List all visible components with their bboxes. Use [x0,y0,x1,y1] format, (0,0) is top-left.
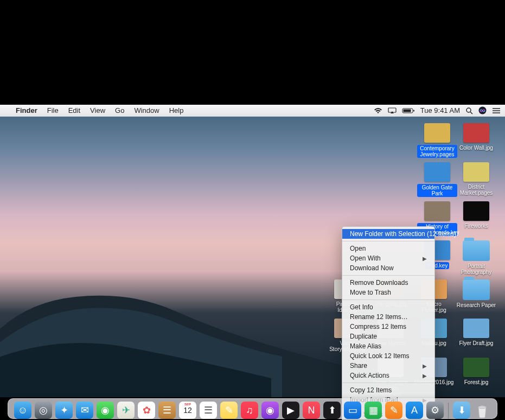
menu-separator [342,275,434,276]
menu-separator [342,383,434,383]
submenu-arrow-icon: ▶ [423,373,427,379]
airplay-icon[interactable] [388,107,397,114]
dock-reminders[interactable]: ☰ [200,402,217,419]
menu-item-label: Copy 12 Items [350,386,392,394]
icon-label: Fireworks [464,223,488,229]
dock: ☺◎✦✉◉✈✿☰SEP12☰✎♫◉▶N⬆▭▦✎A⚙⬇ [0,397,505,420]
desktop-icon[interactable]: Fireworks [456,201,496,229]
dock-finder[interactable]: ☺ [14,402,31,419]
menu-item-label: Download Now [350,264,394,272]
file-thumbnail [463,201,489,221]
dock-keynote[interactable]: ▭ [344,402,361,419]
context-menu-item[interactable]: Compress 12 Items [342,322,434,332]
file-thumbnail [463,358,489,377]
clock[interactable]: Tue 9:41 AM [420,106,460,114]
context-menu-item[interactable]: Rename 12 Items… [342,312,434,322]
dock-maps[interactable]: ✈ [117,402,135,419]
svg-line-5 [470,112,472,114]
menu-window[interactable]: Window [129,106,164,114]
dock-trash[interactable] [474,402,491,419]
dock-notes[interactable]: ✎ [220,402,238,419]
context-menu-item[interactable]: Open [342,244,434,253]
desktop-icon[interactable]: Color Wall.jpg [456,123,496,151]
menu-go[interactable]: Go [110,106,129,114]
dock-numbers[interactable]: ▦ [365,402,382,419]
menu-file[interactable]: File [42,106,63,114]
dock-safari[interactable]: ✦ [55,402,73,419]
menu-item-label: Open [350,245,366,252]
desktop-icon[interactable]: Contemporary Jewelry.pages [417,123,457,158]
context-menu-item[interactable]: New Folder with Selection (12 Items) [342,229,434,239]
icon-label: Research Paper [457,302,496,308]
icon-label: Golden Gate Park [417,184,457,197]
context-menu-item[interactable]: Quick Look 12 Items [342,351,434,361]
context-menu-item[interactable]: Copy 12 Items [342,385,434,395]
file-thumbnail [463,162,489,182]
menu-item-label: Share [350,362,367,370]
desktop-icon[interactable]: Portrait Photography [456,240,496,275]
menu-help[interactable]: Help [164,106,189,114]
dock-contacts[interactable]: ☰ [158,402,176,419]
dock-news[interactable]: N [303,402,320,419]
dock-messages[interactable]: ◉ [97,402,114,419]
menu-edit[interactable]: Edit [63,106,85,114]
dock-downloads[interactable]: ⬇ [453,402,470,419]
context-menu-item[interactable]: Open With▶ [342,253,434,263]
dock-appstore[interactable]: A [406,402,423,419]
dock-stocks[interactable]: ⬆ [323,402,341,419]
file-thumbnail [424,123,450,143]
dock-launchpad[interactable]: ◎ [35,402,52,419]
file-thumbnail [463,123,489,143]
dock-mail[interactable]: ✉ [76,402,93,419]
wifi-icon[interactable] [374,107,382,114]
desktop-icon[interactable]: District Market.pages [456,162,496,196]
context-menu-item[interactable]: Quick Actions▶ [342,371,434,380]
desktop-icon[interactable]: Forest.jpg [456,358,496,385]
dock-preferences[interactable]: ⚙ [426,402,444,419]
context-menu-item[interactable]: Duplicate [342,332,434,341]
menu-view[interactable]: View [85,106,110,114]
submenu-arrow-icon: ▶ [423,256,427,262]
spotlight-icon[interactable] [465,107,473,114]
context-menu-item[interactable]: Get Info [342,302,434,312]
context-menu-item[interactable]: Remove Downloads [342,278,434,288]
context-menu-item[interactable]: Move to Trash [342,288,434,297]
menu-item-label: Move to Trash [350,289,391,296]
dock-podcasts[interactable]: ◉ [261,402,279,419]
macos-screen: Finder File Edit View Go Window Help Tue… [0,105,505,420]
desktop-icon[interactable]: Flyer Draft.jpg [456,319,496,346]
dock-music[interactable]: ♫ [241,402,258,419]
desktop-icon[interactable]: Research Paper [456,279,496,308]
menu-separator [342,300,434,300]
svg-rect-11 [481,406,484,407]
submenu-arrow-icon: ▶ [423,363,427,369]
menubar: Finder File Edit View Go Window Help Tue… [0,105,505,117]
context-menu-item[interactable]: Share▶ [342,361,434,371]
siri-icon[interactable] [478,106,487,114]
folder-icon [463,240,490,261]
menu-item-label: Make Alias [350,342,381,350]
dock-pages[interactable]: ✎ [385,402,402,419]
battery-icon[interactable] [402,107,415,114]
menu-item-label: Open With [350,254,381,262]
desktop-icon[interactable]: Golden Gate Park [417,162,457,197]
svg-point-4 [466,108,471,112]
menu-item-label: Rename 12 Items… [350,313,408,321]
menu-item-label: New Folder with Selection (12 Items) [350,230,456,238]
dock-tv[interactable]: ▶ [282,402,299,419]
icon-label: Forest.jpg [464,379,488,385]
dock-calendar[interactable]: SEP12 [179,402,196,419]
notification-center-icon[interactable] [492,107,501,114]
context-menu: New Folder with Selection (12 Items)Open… [342,226,435,420]
menu-item-label: Get Info [350,303,373,311]
context-menu-item[interactable]: Make Alias [342,341,434,351]
menu-item-label: Compress 12 Items [350,323,406,330]
app-menu[interactable]: Finder [11,106,42,114]
svg-rect-2 [403,109,411,112]
menu-item-label: Quick Actions [350,372,389,379]
icon-label: Portrait Photography [456,263,496,275]
context-menu-item[interactable]: Download Now [342,263,434,273]
icon-label: Flyer Draft.jpg [459,340,494,346]
dock-photos[interactable]: ✿ [138,402,155,419]
file-thumbnail [424,201,450,221]
